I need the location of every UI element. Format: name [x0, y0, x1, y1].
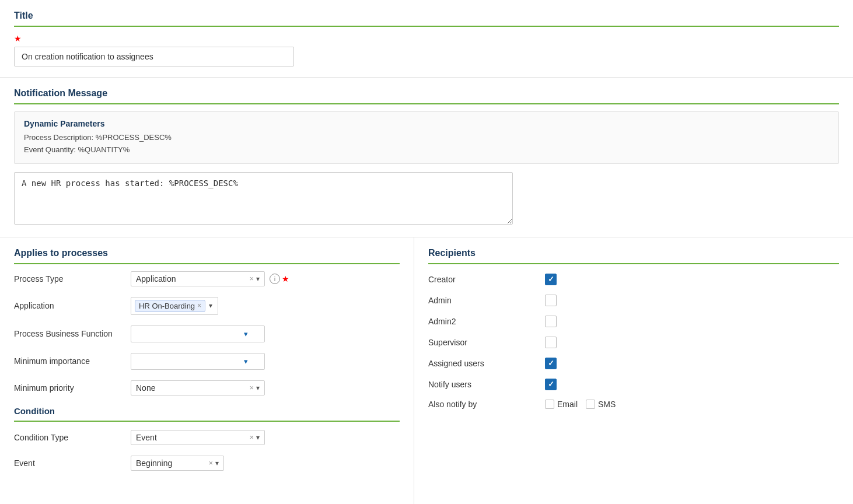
notify-users-checkmark: ✓	[548, 380, 554, 388]
minimum-priority-value: None	[136, 383, 249, 393]
minimum-importance-row: Minimum importance ▾	[14, 353, 400, 370]
sms-option: SMS	[586, 400, 616, 409]
process-type-control: Application × ▾ i ★	[131, 271, 289, 286]
condition-type-chevron-icon: ▾	[256, 433, 260, 442]
recipient-assigned-users-checkbox[interactable]: ✓	[545, 358, 557, 369]
process-business-function-select[interactable]: ▾	[131, 326, 265, 342]
sms-checkbox[interactable]	[586, 400, 595, 409]
minimum-priority-select[interactable]: None × ▾	[131, 380, 265, 396]
minimum-priority-chevron-icon: ▾	[256, 384, 260, 392]
recipient-notify-users-label: Notify users	[428, 380, 545, 389]
recipient-supervisor-label: Supervisor	[428, 338, 545, 347]
minimum-importance-chevron-icon: ▾	[244, 357, 248, 366]
process-business-function-row: Process Business Function ▾	[14, 326, 400, 342]
condition-type-label: Condition Type	[14, 433, 131, 442]
title-section-heading: Title	[14, 10, 839, 27]
process-type-label: Process Type	[14, 274, 131, 284]
event-label: Event	[14, 459, 131, 468]
application-tag-remove-btn[interactable]: ×	[197, 302, 201, 310]
application-dropdown-chevron-icon[interactable]: ▾	[209, 302, 212, 310]
email-label: Email	[557, 400, 578, 409]
applies-section: Applies to processes Process Type Applic…	[0, 237, 414, 504]
condition-type-value: Event	[136, 433, 249, 442]
title-section: Title ★	[0, 0, 853, 78]
minimum-priority-label: Minimum priority	[14, 383, 131, 393]
recipient-admin2-label: Admin2	[428, 317, 545, 326]
minimum-importance-select[interactable]: ▾	[131, 353, 265, 370]
process-type-required-star: ★	[282, 274, 289, 284]
condition-type-row: Condition Type Event × ▾	[14, 430, 400, 445]
event-control: Beginning × ▾	[131, 456, 224, 471]
condition-type-control: Event × ▾	[131, 430, 265, 445]
recipient-supervisor-checkbox[interactable]	[545, 337, 557, 348]
process-type-info-icon[interactable]: i	[270, 274, 280, 284]
sms-label: SMS	[598, 400, 616, 409]
email-checkbox[interactable]	[545, 400, 554, 409]
bottom-section: Applies to processes Process Type Applic…	[0, 237, 853, 504]
event-row: Event Beginning × ▾	[14, 456, 400, 471]
recipient-notify-users-checkbox[interactable]: ✓	[545, 379, 557, 390]
minimum-priority-control: None × ▾	[131, 380, 265, 396]
creator-checkmark: ✓	[548, 275, 554, 284]
event-chevron-icon: ▾	[215, 459, 219, 467]
recipient-row-assigned-users: Assigned users ✓	[428, 358, 839, 369]
process-type-value: Application	[136, 274, 249, 284]
process-business-function-label: Process Business Function	[14, 329, 131, 338]
also-notify-label: Also notify by	[428, 400, 545, 409]
info-letter: i	[274, 275, 275, 282]
condition-section-heading: Condition	[14, 406, 400, 422]
recipient-creator-checkbox[interactable]: ✓	[545, 274, 557, 285]
dynamic-param-2: Event Quantity: %QUANTITY%	[24, 144, 829, 156]
process-type-clear-btn[interactable]: ×	[249, 274, 254, 283]
also-notify-row: Also notify by Email SMS	[428, 400, 839, 409]
page: Title ★ Notification Message Dynamic Par…	[0, 0, 853, 504]
recipient-row-admin2: Admin2	[428, 316, 839, 327]
application-row: Application HR On-Boarding × ▾	[14, 297, 400, 315]
notification-message-heading: Notification Message	[14, 88, 839, 104]
title-input[interactable]	[14, 47, 294, 66]
application-tag: HR On-Boarding ×	[135, 300, 205, 312]
minimum-priority-clear-btn[interactable]: ×	[249, 383, 254, 392]
recipient-admin2-checkbox[interactable]	[545, 316, 557, 327]
applies-section-heading: Applies to processes	[14, 248, 400, 264]
condition-section: Condition Condition Type Event × ▾ Event	[14, 406, 400, 471]
recipient-admin-label: Admin	[428, 296, 545, 305]
minimum-importance-label: Minimum importance	[14, 356, 131, 366]
process-type-row: Process Type Application × ▾ i ★	[14, 271, 400, 286]
event-value: Beginning	[136, 459, 208, 468]
dynamic-params-box: Dynamic Parameters Process Description: …	[14, 111, 839, 164]
message-textarea[interactable]: A new HR process has started: %PROCESS_D…	[14, 172, 513, 225]
process-business-function-chevron-icon: ▾	[244, 330, 248, 338]
recipients-section: Recipients Creator ✓ Admin Admin2 Superv…	[414, 237, 853, 504]
dynamic-params-title: Dynamic Parameters	[24, 119, 829, 128]
recipient-row-supervisor: Supervisor	[428, 337, 839, 348]
recipient-creator-label: Creator	[428, 275, 545, 284]
recipient-admin-checkbox[interactable]	[545, 295, 557, 306]
minimum-importance-control: ▾	[131, 353, 265, 370]
dynamic-param-1: Process Description: %PROCESS_DESC%	[24, 132, 829, 144]
event-select[interactable]: Beginning × ▾	[131, 456, 224, 471]
recipient-row-notify-users: Notify users ✓	[428, 379, 839, 390]
event-clear-btn[interactable]: ×	[208, 459, 213, 467]
email-option: Email	[545, 400, 578, 409]
recipient-row-admin: Admin	[428, 295, 839, 306]
process-type-chevron-icon: ▾	[256, 275, 260, 283]
application-tag-value: HR On-Boarding	[139, 302, 195, 310]
recipients-heading: Recipients	[428, 248, 839, 264]
application-control: HR On-Boarding × ▾	[131, 297, 218, 315]
notification-message-section: Notification Message Dynamic Parameters …	[0, 78, 853, 237]
assigned-users-checkmark: ✓	[548, 359, 554, 368]
also-notify-options: Email SMS	[545, 400, 616, 409]
minimum-priority-row: Minimum priority None × ▾	[14, 380, 400, 396]
condition-type-clear-btn[interactable]: ×	[249, 433, 254, 442]
process-business-function-control: ▾	[131, 326, 265, 342]
application-tag-input[interactable]: HR On-Boarding × ▾	[131, 297, 218, 315]
recipient-assigned-users-label: Assigned users	[428, 359, 545, 368]
recipient-row-creator: Creator ✓	[428, 274, 839, 285]
condition-type-select[interactable]: Event × ▾	[131, 430, 265, 445]
title-required-star: ★	[14, 34, 839, 43]
application-label: Application	[14, 301, 131, 310]
process-type-select[interactable]: Application × ▾	[131, 271, 265, 286]
